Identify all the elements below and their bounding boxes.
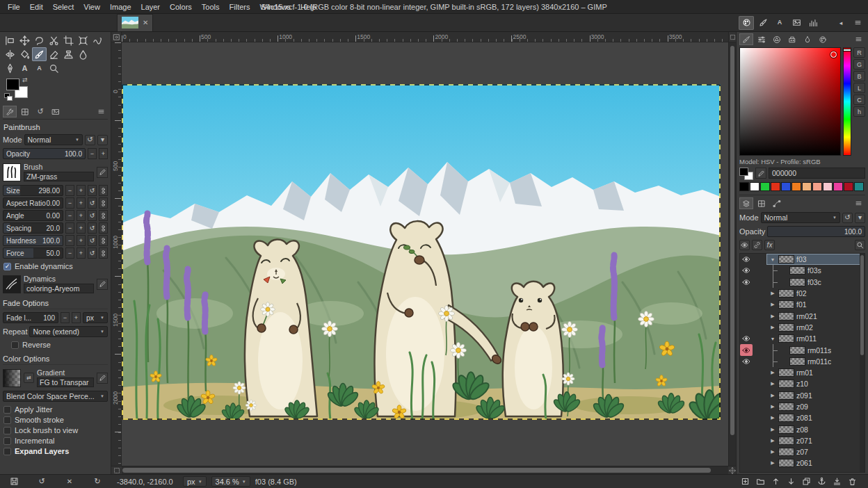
dock-menu-icon[interactable] [94,106,108,117]
layer-expander[interactable]: ▶ [769,415,776,421]
tool-crop-icon[interactable] [61,33,76,47]
reset-button[interactable]: ↺ [88,247,97,259]
menu-file[interactable]: File [3,1,25,13]
h-scrollbar-thumb[interactable] [122,468,711,473]
channel-h-button[interactable]: h [853,106,865,117]
color-method-cmyk-icon[interactable] [785,33,799,45]
close-tab-icon[interactable]: ✕ [143,19,148,26]
increment-button[interactable]: + [77,222,86,234]
checkbox[interactable] [3,416,11,424]
palette-swatch[interactable] [823,182,833,191]
layer-row-rm01[interactable]: ▶rm01 [740,367,865,378]
brushes-tab-icon[interactable] [755,16,771,30]
channels-tab-icon[interactable] [755,197,769,209]
decrement-button[interactable]: − [65,210,74,221]
layer-row-f03c[interactable]: f03c [740,277,865,288]
layer-row-f01[interactable]: ▶f01 [740,299,865,310]
swap-colors-icon[interactable]: ⇄ [22,76,28,83]
dock-menu-icon[interactable] [851,197,865,209]
channel-G-button[interactable]: G [853,59,865,70]
reset-button[interactable]: ↺ [88,197,97,209]
layer-link-cell[interactable] [753,390,766,401]
tool-transform-icon[interactable] [76,33,90,47]
duplicate-layer-icon[interactable] [799,475,813,487]
v-scrollbar[interactable] [728,42,736,466]
images-tab-icon[interactable] [49,106,63,117]
merge-down-icon[interactable] [830,475,844,487]
layer-visibility-toggle[interactable] [740,367,753,378]
layer-row-z071[interactable]: ▶z071 [740,435,865,446]
layer-mode-switch-button[interactable]: ▾ [855,213,865,223]
layer-link-cell[interactable] [753,412,766,423]
layer-expander[interactable]: ▶ [769,291,776,296]
menu-colors[interactable]: Colors [165,1,197,13]
layer-expander[interactable]: ▶ [769,404,776,409]
edit-gradient-icon[interactable] [97,373,108,384]
menu-layer[interactable]: Layer [136,1,166,13]
quick-mask-button[interactable] [111,466,122,474]
fg-bg-mini-swatches[interactable] [739,168,753,179]
tool-ink-icon[interactable] [3,61,17,75]
layer-row-z07[interactable]: ▶z07 [740,446,865,457]
decrement-button[interactable]: − [65,197,74,209]
layer-expander[interactable]: ▶ [769,370,776,375]
layer-visibility-toggle[interactable] [740,412,753,423]
layer-link-cell[interactable] [753,457,766,469]
color-method-watercolor-icon[interactable] [801,33,814,45]
lower-layer-icon[interactable] [784,475,798,487]
layer-row-f03[interactable]: ▼f03 [740,254,865,265]
histogram-tab-icon[interactable] [805,16,821,30]
layer-visibility-toggle[interactable] [740,356,753,367]
layer-visibility-toggle[interactable] [740,288,753,299]
restore-tool-preset-icon[interactable]: ↺ [35,475,49,487]
tool-paintbrush-icon[interactable] [32,47,47,61]
layer-visibility-toggle[interactable] [740,344,753,355]
blend-space-dropdown[interactable]: Blend Color Space Perce...▼ [3,391,108,402]
reverse-checkbox[interactable] [11,341,19,349]
layer-row-rm011s[interactable]: rm011s [740,344,865,355]
foreground-color-swatch[interactable] [6,79,19,90]
increment-button[interactable]: + [77,235,86,246]
brush-chooser[interactable]: Brush ZM-grass [3,163,108,181]
link-toggle-icon[interactable] [99,222,108,234]
visibility-toggle-icon[interactable] [739,240,750,250]
layer-visibility-toggle[interactable] [740,390,753,401]
menu-image[interactable]: Image [105,1,136,13]
slider-aspect-ratio[interactable]: Aspect Ratio0.00 [3,197,63,209]
tool-move-icon[interactable] [17,33,32,47]
palette-swatch[interactable] [771,182,780,191]
new-group-icon[interactable] [753,475,767,487]
hue-marker[interactable] [844,49,851,51]
repeat-dropdown[interactable]: None (extend)▼ [29,326,108,337]
menu-view[interactable]: View [79,1,105,13]
fg-bg-colors[interactable]: ⇄ [4,79,35,102]
tool-eraser-icon[interactable] [47,47,61,61]
save-tool-preset-icon[interactable] [7,475,21,487]
dock-menu-icon[interactable] [851,33,865,45]
layer-link-cell[interactable] [753,435,766,446]
fade-unit-dropdown[interactable]: px▼ [83,312,108,323]
paint-mode-dropdown[interactable]: Normal▼ [24,134,83,145]
channel-C-button[interactable]: C [853,95,865,105]
layer-row-f02[interactable]: ▶f02 [740,288,865,299]
color-method-palette-icon[interactable] [816,33,830,45]
enable-dynamics-checkbox[interactable]: ✓ [3,263,11,270]
layer-link-cell[interactable] [753,367,766,378]
menu-select[interactable]: Select [48,1,79,13]
increment-button[interactable]: + [77,197,86,209]
color-marker[interactable] [830,51,837,58]
menu-filters[interactable]: Filters [225,1,255,13]
tab-scroll-left-icon[interactable]: ◂ [833,16,849,30]
palette-swatch[interactable] [844,182,853,191]
layer-row-z091[interactable]: ▶z091 [740,390,865,401]
layer-link-cell[interactable] [753,299,766,310]
layer-visibility-toggle[interactable] [740,457,753,469]
images-tab-icon[interactable] [789,16,804,30]
channel-B-button[interactable]: B [853,71,865,81]
slider-angle[interactable]: Angle0.00 [3,210,63,221]
menu-tools[interactable]: Tools [197,1,225,13]
fade-increment-button[interactable]: + [72,312,81,323]
layer-row-rm011[interactable]: ▼rm011 [740,333,865,344]
layer-row-z081[interactable]: ▶z081 [740,412,865,423]
layers-scrollbar[interactable] [860,254,865,472]
